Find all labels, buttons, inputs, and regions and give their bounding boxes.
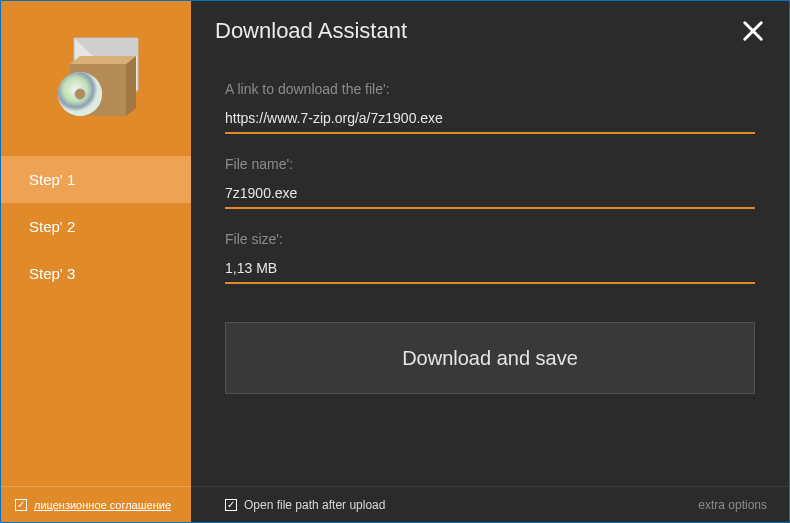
content-footer: ✓ Open file path after upload extra opti… [191, 486, 789, 522]
installer-illustration [1, 1, 191, 156]
filename-label: File name': [225, 156, 755, 172]
window-title: Download Assistant [215, 18, 407, 44]
footer-left: ✓ Open file path after upload [225, 498, 385, 512]
open-path-label: Open file path after upload [244, 498, 385, 512]
titlebar: Download Assistant [191, 1, 789, 61]
svg-marker-3 [70, 56, 136, 64]
filesize-field-group: File size': [225, 231, 755, 284]
filename-field-group: File name': [225, 156, 755, 209]
package-icon [46, 36, 146, 121]
filesize-input[interactable] [225, 260, 755, 284]
link-label: A link to download the file': [225, 81, 755, 97]
sidebar: Step' 1 Step' 2 Step' 3 ✓ лицензионное с… [1, 1, 191, 522]
download-button-label: Download and save [402, 347, 578, 370]
main-area: Step' 1 Step' 2 Step' 3 ✓ лицензионное с… [1, 1, 789, 522]
filesize-label: File size': [225, 231, 755, 247]
step-label: Step' 3 [29, 265, 75, 282]
filename-input[interactable] [225, 185, 755, 209]
license-agreement-link[interactable]: лицензионное соглашение [34, 499, 171, 511]
step-label: Step' 2 [29, 218, 75, 235]
close-icon [742, 20, 764, 42]
extra-options-link[interactable]: extra options [698, 498, 767, 512]
svg-marker-4 [126, 56, 136, 116]
open-path-checkbox[interactable]: ✓ [225, 499, 237, 511]
link-field-group: A link to download the file': [225, 81, 755, 134]
step-3[interactable]: Step' 3 [1, 250, 191, 297]
download-assistant-window: Step' 1 Step' 2 Step' 3 ✓ лицензионное с… [0, 0, 790, 523]
svg-point-7 [75, 89, 85, 99]
step-2[interactable]: Step' 2 [1, 203, 191, 250]
close-button[interactable] [739, 17, 767, 45]
download-link-input[interactable] [225, 110, 755, 134]
step-1[interactable]: Step' 1 [1, 156, 191, 203]
step-label: Step' 1 [29, 171, 75, 188]
license-checkbox[interactable]: ✓ [15, 499, 27, 511]
disc-icon [58, 72, 102, 116]
sidebar-footer: ✓ лицензионное соглашение [1, 486, 191, 522]
download-and-save-button[interactable]: Download and save [225, 322, 755, 394]
form: A link to download the file': File name'… [191, 61, 789, 486]
content-panel: Download Assistant A link to download th… [191, 1, 789, 522]
